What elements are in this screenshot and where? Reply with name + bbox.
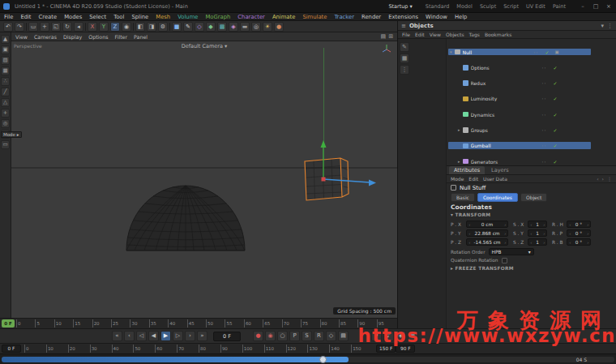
pen-spline-menu[interactable]: ✎ xyxy=(183,22,193,32)
keyframe-selection-button[interactable]: ○ xyxy=(277,331,288,341)
freeze-section-header[interactable]: ▸ FREEZE TRANSFORM xyxy=(447,264,616,272)
object-manager-menu-item[interactable]: File xyxy=(402,32,410,37)
scale-field[interactable]: ‹1› xyxy=(528,221,547,228)
panel-menu-icon[interactable]: ▾ xyxy=(601,23,604,29)
cube-wireframe-object[interactable] xyxy=(300,140,389,221)
menu-item[interactable]: Animate xyxy=(272,14,295,20)
camera-label[interactable]: Default Camera ▾ xyxy=(11,43,397,49)
enabled-check[interactable]: ✓ xyxy=(554,143,563,148)
menu-item[interactable]: Volume xyxy=(178,14,198,20)
menu-item[interactable]: File xyxy=(4,14,13,20)
object-row[interactable]: ▸ Generators ·· ✓ xyxy=(448,158,591,165)
scale-field[interactable]: ‹1› xyxy=(528,229,547,237)
object-row[interactable]: Redux ·· ✓ xyxy=(448,79,591,87)
panel-burger-icon[interactable]: ≡ xyxy=(401,23,406,29)
visibility-dots[interactable]: ·· xyxy=(534,49,545,55)
object-manager-menu-item[interactable]: View xyxy=(430,32,441,37)
range-start-field[interactable]: 0 F xyxy=(2,345,21,353)
prev-key-button[interactable]: ‹ xyxy=(124,331,135,341)
playback-rate-button[interactable]: ▾ xyxy=(371,331,382,341)
next-frame-button[interactable]: ▷ xyxy=(173,331,183,341)
goto-end-button[interactable]: » xyxy=(197,331,207,341)
light-menu[interactable]: ☀ xyxy=(263,22,272,32)
toolbar-separator[interactable] xyxy=(133,23,134,31)
object-manager-menu-item[interactable]: Objects xyxy=(446,32,464,37)
lock-y-axis-button[interactable]: Y xyxy=(99,22,109,32)
model-mode-button[interactable]: ▣ xyxy=(1,45,10,54)
panel-more-icon[interactable]: ⋮ xyxy=(607,23,613,29)
range-fill[interactable] xyxy=(2,357,349,362)
close-button[interactable]: × xyxy=(605,3,613,10)
object-row[interactable]: ▾ Null ·· ✓ ▣ xyxy=(448,49,591,56)
record-position-toggle[interactable]: P xyxy=(289,331,300,341)
sound-toggle-button[interactable]: ♪ xyxy=(383,331,394,341)
nav-forward-icon[interactable]: › xyxy=(602,176,604,182)
play-backward-button[interactable]: ◀ xyxy=(148,331,159,341)
visibility-dots[interactable]: ·· xyxy=(542,143,554,148)
position-field[interactable]: ‹22.868 cm› xyxy=(466,229,508,237)
attribute-menu-item[interactable]: Mode xyxy=(451,176,464,182)
visibility-dots[interactable]: ·· xyxy=(542,159,554,165)
make-editable-button[interactable]: ▲ xyxy=(1,35,10,44)
viewport-menu-item[interactable]: Options xyxy=(88,34,108,40)
menu-item[interactable]: Modes xyxy=(64,14,82,20)
attribute-menu-item[interactable]: Edit xyxy=(468,176,478,182)
goto-start-button[interactable]: « xyxy=(112,331,122,341)
current-frame-field[interactable]: 0 F xyxy=(213,332,241,341)
quaternion-checkbox[interactable] xyxy=(502,258,507,263)
visibility-dots[interactable]: ·· xyxy=(542,96,554,101)
viewport-menu-item[interactable]: Display xyxy=(63,34,82,40)
menu-item[interactable]: Select xyxy=(89,14,106,20)
timeline-ruler[interactable]: 0 F 051015202530354045505560657075808590… xyxy=(0,318,397,328)
toolbar-separator[interactable] xyxy=(169,23,170,31)
enabled-check[interactable]: ✓ xyxy=(554,127,563,133)
menu-item[interactable]: Window xyxy=(426,14,447,20)
position-field[interactable]: ‹-14.565 cm› xyxy=(466,238,508,246)
move-tool[interactable]: + xyxy=(40,22,49,32)
play-button[interactable]: ▶ xyxy=(160,331,171,341)
playhead[interactable]: 0 F xyxy=(2,319,15,328)
menu-item[interactable]: MoGraph xyxy=(205,14,230,20)
coordinate-system-toggle[interactable]: ◉ xyxy=(122,22,131,32)
floor-menu[interactable]: ▬ xyxy=(240,22,250,32)
polygons-mode-button[interactable]: △ xyxy=(1,98,10,107)
lock-z-axis-button[interactable]: Z xyxy=(110,22,120,32)
viewport-menu-item[interactable]: Cameras xyxy=(34,34,57,40)
grid-icon[interactable]: ▦ xyxy=(400,54,409,63)
record-pla-toggle[interactable]: ▤ xyxy=(338,331,349,341)
object-row[interactable]: Dynamics ·· ✓ xyxy=(448,111,591,118)
enabled-check[interactable]: ✓ xyxy=(554,159,563,165)
range-end-field[interactable]: 150 F xyxy=(376,345,396,353)
object-manager-menu-item[interactable]: Tags xyxy=(469,32,480,37)
render-view-button[interactable]: ◧ xyxy=(135,22,145,32)
maximize-button[interactable]: □ xyxy=(592,3,600,10)
layout-tab[interactable]: Model xyxy=(456,3,473,10)
menu-item[interactable]: Create xyxy=(39,14,58,20)
object-row[interactable]: Gumball ·· ✓ xyxy=(448,142,591,149)
deformer-menu[interactable]: ◈ xyxy=(229,22,238,32)
position-field[interactable]: ‹0 cm› xyxy=(466,221,508,228)
workplane-mode-button[interactable]: ▦ xyxy=(1,66,10,75)
pencil-tool-icon[interactable]: ✎ xyxy=(400,42,409,52)
rotate-tool[interactable]: ↻ xyxy=(62,22,72,32)
menu-item[interactable]: Help xyxy=(455,14,468,20)
visibility-dots[interactable]: ·· xyxy=(542,65,554,71)
mograph-menu[interactable]: ◆ xyxy=(206,22,216,32)
last-used-tool[interactable]: ◂ xyxy=(74,22,83,32)
scale-field[interactable]: ‹1› xyxy=(528,238,547,246)
prev-frame-button[interactable]: ◁ xyxy=(136,331,147,341)
attribute-menu-item[interactable]: User Data xyxy=(483,176,507,182)
attribute-section-tab[interactable]: Basic xyxy=(451,193,475,202)
toolbar-separator[interactable] xyxy=(26,23,27,31)
layout-tab[interactable]: Sculpt xyxy=(480,3,496,10)
layout-selector[interactable]: Startup ▾ xyxy=(388,3,412,10)
rotation-field[interactable]: ‹0 °› xyxy=(567,221,591,228)
enabled-check[interactable]: ✓ xyxy=(554,80,563,86)
autokeying-button[interactable]: ◉ xyxy=(265,331,276,341)
edges-mode-button[interactable]: ╱ xyxy=(1,88,10,96)
menu-item[interactable]: Edit xyxy=(20,14,31,20)
viewport-menu-item[interactable]: Filter xyxy=(114,34,127,40)
rotation-field[interactable]: ‹0 °› xyxy=(567,238,591,246)
viewport-menu-item[interactable]: Panel xyxy=(134,34,148,40)
camera-menu[interactable]: ◎ xyxy=(251,22,261,32)
